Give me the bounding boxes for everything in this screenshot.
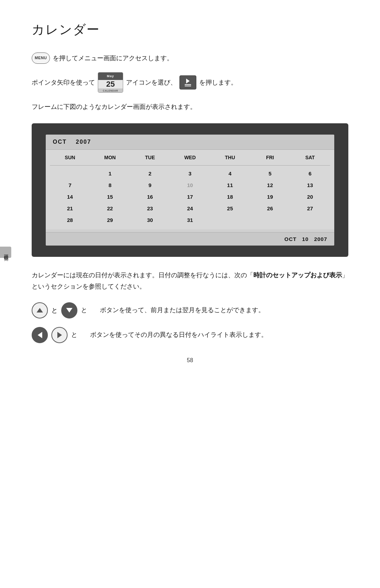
day-23: 23 bbox=[130, 203, 170, 213]
day-14: 14 bbox=[50, 192, 90, 202]
para1-pre: カレンダーには現在の日付が表示されます。日付の調整を行なうには、次の「 bbox=[32, 272, 253, 279]
weekday-sat: SAT bbox=[290, 153, 330, 162]
day-30: 30 bbox=[130, 215, 170, 225]
select-icon bbox=[179, 75, 196, 89]
calendar-frame: OCT 2007 SUN MON TUE WED THU FRI SAT bbox=[32, 123, 348, 257]
play-triangle bbox=[186, 79, 190, 83]
day-4: 4 bbox=[210, 168, 250, 179]
day-26: 26 bbox=[250, 203, 290, 213]
down-arrow-icon bbox=[66, 308, 72, 312]
day-18: 18 bbox=[210, 192, 250, 202]
calendar-icon-month-bg: May bbox=[98, 73, 123, 80]
down-arrow-button[interactable] bbox=[61, 302, 77, 318]
weekday-fri: FRI bbox=[250, 153, 290, 162]
day-13: 13 bbox=[290, 180, 330, 190]
day-15: 15 bbox=[90, 192, 130, 202]
calendar-month: OCT bbox=[53, 139, 67, 145]
up-arrow-button[interactable] bbox=[32, 302, 48, 318]
day-1: 1 bbox=[90, 168, 130, 179]
day-empty-3 bbox=[250, 215, 290, 225]
day-21: 21 bbox=[50, 203, 90, 213]
select-line-2 bbox=[185, 86, 191, 86]
day-27: 27 bbox=[290, 203, 330, 213]
day-20: 20 bbox=[290, 192, 330, 202]
calendar-inner: OCT 2007 SUN MON TUE WED THU FRI SAT bbox=[46, 135, 334, 246]
leftright-button-text: と ボタンを使ってその月の異なる日付をハイライト表示します。 bbox=[71, 329, 267, 340]
footer-day: 10 bbox=[302, 236, 309, 242]
weekday-tue: TUE bbox=[130, 153, 170, 162]
day-9: 9 bbox=[130, 180, 170, 190]
calendar-body: 1 2 3 4 5 6 7 8 9 10 11 12 13 14 15 bbox=[50, 168, 330, 225]
calendar-icon-label: CALENDAR bbox=[98, 88, 123, 93]
instruction-line1-text: を押してメニュー画面にアクセスします。 bbox=[53, 52, 173, 64]
instruction-line2: ポインタ矢印を使って May 25 CALENDAR アイコンを選び、 を押しま… bbox=[32, 72, 348, 93]
day-7: 7 bbox=[50, 180, 90, 190]
select-icon-lines bbox=[185, 84, 191, 86]
para1-bold: 時計のセットアップおよび表示 bbox=[253, 272, 342, 279]
instruction-line2-mid: アイコンを選び、 bbox=[126, 77, 177, 88]
calendar-weekdays: SUN MON TUE WED THU FRI SAT bbox=[50, 153, 330, 166]
day-22: 22 bbox=[90, 203, 130, 213]
calendar-grid: SUN MON TUE WED THU FRI SAT 1 2 3 4 5 bbox=[46, 150, 334, 229]
day-5: 5 bbox=[250, 168, 290, 179]
weekday-sun: SUN bbox=[50, 153, 90, 162]
day-8: 8 bbox=[90, 180, 130, 190]
instruction-line3: フレームに下図のようなカレンダー画面が表示されます。 bbox=[32, 101, 348, 112]
day-6: 6 bbox=[290, 168, 330, 179]
day-empty-1 bbox=[50, 168, 90, 179]
calendar-icon-day: 25 bbox=[106, 80, 115, 88]
right-arrow-icon bbox=[57, 332, 62, 338]
footer-year: 2007 bbox=[314, 236, 327, 242]
updown-separator: と bbox=[51, 306, 58, 315]
updown-button-row: と と ボタンを使って、前月または翌月を見ることができます。 bbox=[32, 302, 348, 318]
day-24: 24 bbox=[170, 203, 210, 213]
day-28: 28 bbox=[50, 215, 90, 225]
page-title: カレンダー bbox=[32, 21, 348, 38]
day-16: 16 bbox=[130, 192, 170, 202]
updown-button-text: と ボタンを使って、前月または翌月を見ることができます。 bbox=[81, 304, 265, 316]
day-empty-4 bbox=[290, 215, 330, 225]
select-line-1 bbox=[185, 84, 191, 85]
day-3: 3 bbox=[170, 168, 210, 179]
instruction-line2-pre: ポインタ矢印を使って bbox=[32, 77, 95, 88]
day-31: 31 bbox=[170, 215, 210, 225]
left-arrow-icon bbox=[38, 332, 42, 338]
calendar-footer: OCT 10 2007 bbox=[46, 232, 334, 246]
menu-button-icon: MENU bbox=[32, 52, 50, 64]
day-2: 2 bbox=[130, 168, 170, 179]
calendar-header: OCT 2007 bbox=[46, 135, 334, 150]
instruction-line2-post: を押します。 bbox=[199, 77, 237, 88]
left-arrow-button[interactable] bbox=[32, 327, 48, 343]
up-arrow-icon bbox=[37, 308, 43, 312]
day-25: 25 bbox=[210, 203, 250, 213]
instruction-line1: MENU を押してメニュー画面にアクセスします。 bbox=[32, 52, 348, 64]
footer-month: OCT bbox=[284, 236, 297, 242]
day-19: 19 bbox=[250, 192, 290, 202]
day-empty-2 bbox=[210, 215, 250, 225]
day-11: 11 bbox=[210, 180, 250, 190]
day-10: 10 bbox=[170, 180, 210, 190]
para-current-date: カレンダーには現在の日付が表示されます。日付の調整を行なうには、次の「時計のセッ… bbox=[32, 270, 348, 292]
weekday-mon: MON bbox=[90, 153, 130, 162]
weekday-wed: WED bbox=[170, 153, 210, 162]
select-icon-inner bbox=[185, 79, 191, 86]
calendar-icon-month: May bbox=[107, 73, 114, 79]
weekday-thu: THU bbox=[210, 153, 250, 162]
page-number: 58 bbox=[32, 357, 348, 364]
day-29: 29 bbox=[90, 215, 130, 225]
leftright-button-row: と ボタンを使ってその月の異なる日付をハイライト表示します。 bbox=[32, 327, 348, 343]
calendar-year: 2007 bbox=[76, 139, 91, 145]
right-arrow-button[interactable] bbox=[51, 327, 68, 343]
calendar-icon: May 25 CALENDAR bbox=[98, 72, 123, 93]
day-17: 17 bbox=[170, 192, 210, 202]
day-12: 12 bbox=[250, 180, 290, 190]
